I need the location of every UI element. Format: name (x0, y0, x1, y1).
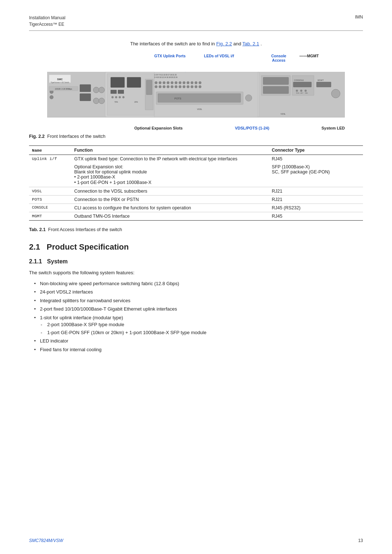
svg-rect-20 (118, 90, 124, 94)
svg-text:10/100: 2-18 30Mbps: 10/100: 2-18 30Mbps (55, 88, 72, 90)
interfaces-table: Name Function Connector Type Uplink i/f … (29, 145, 363, 221)
svg-point-41 (191, 82, 193, 84)
system-intro-text: The switch supports the following system… (29, 269, 363, 276)
cell-name-pots: POTS (29, 196, 72, 204)
diagram-area: GTX Uplink Ports LEDs of VDSL i/f Consol… (47, 53, 345, 130)
section-211-header: 2.1.1System (29, 258, 363, 265)
svg-rect-63 (263, 77, 289, 85)
footer-page: 13 (358, 538, 363, 543)
intro-text-mid: and (233, 41, 242, 46)
table-row: MGMT Outband TMN-OS Interface RJ45 (29, 212, 363, 221)
svg-text:FAN: FAN (305, 92, 308, 94)
diagram-top-labels: GTX Uplink Ports LEDs of VDSL i/f Consol… (47, 53, 345, 72)
svg-rect-57 (158, 94, 241, 102)
label-mgmt: ——MGMT (299, 54, 319, 58)
cell-func-vdsl: Connection to the VDSL subscribers (72, 187, 269, 196)
table-row: POTS Connection to the PBX or PSTN RJ21 (29, 196, 363, 204)
switch-diagram-svg: SMC TigerAccess™ EE Switch 10/100: 2-18 … (47, 72, 345, 124)
cell-conn-uplink2: SFP (1000Base-X)SC, SFF package (GE-PON) (269, 163, 363, 187)
th-connector: Connector Type (269, 146, 363, 155)
svg-point-38 (179, 82, 181, 84)
svg-point-32 (155, 82, 158, 84)
section-21-num: 2.1 (29, 242, 40, 251)
diagram-bottom-labels: Optional Expansion Slots VDSL/POTS (1-24… (47, 126, 345, 130)
svg-point-53 (191, 86, 193, 88)
label-gtx-uplink: GTX Uplink Ports (154, 54, 185, 58)
list-item: 1-port GE-PON SFF (10km or 20km) + 1-por… (47, 329, 363, 336)
tab-text: Front Access Interfaces of the switch (48, 227, 122, 232)
svg-point-22 (115, 96, 117, 98)
intro-text-before: The interfaces of the switch are to find… (130, 41, 216, 46)
svg-point-54 (195, 86, 197, 88)
section-211-num: 2.1.1 (29, 258, 42, 264)
cell-conn-mgmt: RJ45 (269, 212, 363, 221)
svg-point-37 (175, 82, 177, 84)
label-optional-expansion: Optional Expansion Slots (134, 126, 183, 130)
th-function: Function (72, 146, 269, 155)
list-item: Fixed fans for internal cooling (40, 346, 363, 353)
svg-point-24 (122, 96, 124, 98)
svg-point-72 (300, 90, 302, 92)
fig-num: Fig. 2.2 (29, 134, 45, 139)
header-left: Installation Manual TigerAccess™ EE (29, 15, 65, 28)
svg-rect-17 (111, 77, 124, 87)
label-system-led: System LED (322, 126, 345, 130)
page-header: Installation Manual TigerAccess™ EE IMN (29, 15, 363, 31)
intro-paragraph: The interfaces of the switch are to find… (29, 41, 363, 46)
svg-rect-18 (127, 77, 141, 87)
svg-point-40 (187, 82, 189, 84)
svg-point-48 (171, 86, 173, 88)
svg-point-13 (93, 98, 99, 104)
list-item: 24-port VDSL2 interfaces (40, 288, 363, 296)
cell-conn-vdsl: RJ21 (269, 187, 363, 196)
list-item: Non-blocking wire speed performance swit… (40, 280, 363, 287)
svg-text:RUN: RUN (296, 92, 299, 94)
list-item: 2-port 1000Base-X SFP type module (47, 321, 363, 328)
fig-text: Front Interfaces of the switch (47, 134, 106, 139)
svg-text:2  4  6  8  10 12 14 16 18 20 : 2 4 6 8 10 12 14 16 18 20 22 24 (154, 77, 177, 78)
svg-point-11 (93, 87, 99, 93)
svg-point-51 (183, 86, 185, 88)
svg-text:POTS: POTS (174, 97, 181, 100)
cell-func-console: CLI access to configure the functions fo… (72, 204, 269, 212)
intro-tab-ref: Tab. 2.1 (242, 41, 259, 46)
svg-text:ACT: ACT (301, 92, 304, 94)
list-item: 1-port GE-PON + 1-port 1000Base-X (74, 180, 266, 185)
svg-point-49 (175, 86, 177, 88)
list-item: 2-port 1000Base-X (74, 175, 266, 180)
system-features-list: Non-blocking wire speed performance swit… (40, 280, 363, 353)
svg-point-50 (179, 86, 181, 88)
svg-rect-67 (293, 82, 311, 87)
svg-rect-19 (111, 90, 117, 94)
tab-caption: Tab. 2.1 Front Access Interfaces of the … (29, 227, 363, 232)
cell-name-uplink: Uplink i/f (29, 155, 72, 163)
svg-text:20%: 20% (134, 101, 138, 103)
svg-point-55 (199, 86, 201, 88)
svg-point-33 (159, 82, 162, 84)
section-211-title: System (47, 258, 68, 264)
table-row: VDSL Connection to the VDSL subscribers … (29, 187, 363, 196)
svg-point-34 (163, 82, 166, 84)
svg-point-76 (331, 89, 340, 98)
cell-func-uplink2: Optional Expansion slot: Blank slot for … (72, 163, 269, 187)
svg-rect-28 (146, 80, 152, 95)
footer-model: SMC7824M/VSW (29, 538, 63, 543)
label-vdsl-pots: VDSL/POTS (1-24) (235, 126, 269, 130)
svg-point-42 (195, 82, 197, 84)
cell-conn-console: RJ45 (RS232) (269, 204, 363, 212)
cell-name-empty1 (29, 163, 72, 187)
svg-point-74 (305, 90, 307, 92)
intro-text-end: . (261, 41, 262, 46)
svg-text:70%: 70% (114, 101, 118, 103)
label-console: ConsoleAccess (264, 54, 293, 62)
svg-text:VDSL: VDSL (197, 108, 202, 110)
svg-rect-10 (80, 94, 91, 101)
svg-text:1  3  5  7  9  11 13 15 17 19 : 1 3 5 7 9 11 13 15 17 19 21 23 (154, 74, 177, 76)
table-row: Uplink i/f GTX uplink fixed type: Connec… (29, 155, 363, 163)
system-sub-features: 2-port 1000Base-X SFP type module 1-port… (47, 321, 363, 336)
label-leds-vdsl: LEDs of VDSL i/f (204, 54, 234, 58)
svg-point-43 (199, 82, 201, 84)
intro-fig-ref: Fig. 2.2 (216, 41, 232, 46)
diagram-wrapper: GTX Uplink Ports LEDs of VDSL i/f Consol… (29, 53, 363, 130)
page: Installation Manual TigerAccess™ EE IMN … (0, 0, 392, 554)
